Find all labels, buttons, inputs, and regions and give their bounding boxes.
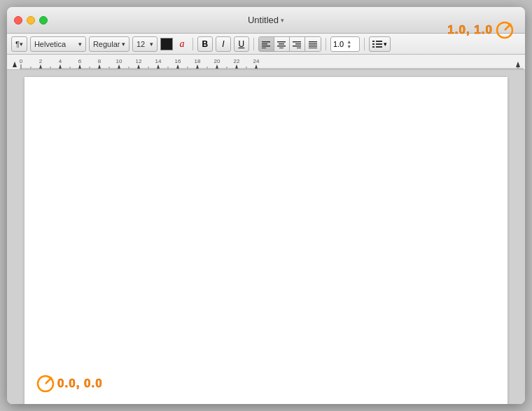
maximize-button[interactable]	[39, 16, 48, 25]
line-spacing-value: 1.0	[333, 40, 344, 48]
svg-rect-5	[279, 43, 284, 45]
svg-rect-17	[376, 41, 382, 42]
svg-rect-18	[372, 43, 374, 45]
font-size-value: 12	[136, 40, 145, 48]
document-page[interactable]	[24, 77, 507, 404]
toolbar: ¶ ▾ Helvetica ▾ Regular ▾ 12 ▾ a B	[7, 34, 525, 55]
list-button[interactable]: ▾	[369, 36, 391, 52]
font-family-selector[interactable]: Helvetica ▾	[30, 36, 86, 52]
svg-marker-41	[137, 64, 140, 69]
svg-marker-56	[235, 64, 238, 69]
font-style-dropdown-arrow: ▾	[122, 41, 125, 48]
svg-rect-12	[309, 41, 317, 43]
svg-marker-35	[98, 64, 101, 69]
svg-rect-20	[372, 46, 374, 48]
svg-text:6: 6	[78, 58, 82, 64]
line-spacing-control[interactable]: 1.0 ▲ ▼	[330, 36, 360, 52]
svg-rect-0	[262, 41, 270, 43]
italic-label: I	[222, 39, 224, 49]
svg-rect-13	[309, 43, 317, 45]
align-center-icon	[277, 41, 286, 48]
svg-text:0: 0	[20, 58, 23, 64]
close-button[interactable]	[14, 16, 22, 25]
svg-rect-14	[309, 46, 317, 47]
list-icon	[372, 40, 382, 48]
separator-1	[192, 38, 193, 50]
align-justify-button[interactable]	[305, 37, 321, 52]
window-title: Untitled	[248, 15, 279, 25]
svg-rect-10	[293, 46, 301, 47]
svg-text:10: 10	[116, 58, 122, 64]
font-size-selector[interactable]: 12 ▾	[132, 36, 158, 52]
spacing-stepper[interactable]: ▲ ▼	[346, 39, 351, 49]
italic-button[interactable]: I	[216, 36, 231, 52]
highlight-icon: a	[179, 39, 184, 50]
font-style-value: Regular	[93, 40, 120, 48]
svg-text:2: 2	[39, 58, 43, 64]
svg-text:4: 4	[59, 58, 62, 64]
font-family-dropdown-arrow: ▾	[78, 41, 82, 48]
svg-text:12: 12	[136, 58, 142, 64]
svg-rect-19	[376, 43, 382, 45]
bold-button[interactable]: B	[197, 36, 213, 52]
titlebar: Untitled ▾	[7, 7, 525, 34]
svg-text:22: 22	[234, 58, 240, 64]
svg-marker-47	[176, 64, 179, 69]
svg-text:16: 16	[175, 58, 181, 64]
svg-rect-7	[279, 48, 284, 48]
svg-rect-3	[262, 48, 266, 48]
highlight-button[interactable]: a	[176, 38, 188, 50]
spacing-down-arrow[interactable]: ▼	[346, 44, 351, 49]
align-right-button[interactable]	[290, 37, 305, 52]
svg-rect-9	[295, 43, 301, 45]
svg-rect-21	[376, 46, 382, 48]
font-size-dropdown-arrow: ▾	[150, 41, 153, 48]
separator-4	[364, 38, 365, 50]
ruler-svg: 0 2 4 6 8 10 12 14	[7, 55, 525, 70]
align-right-icon	[293, 41, 301, 48]
align-center-button[interactable]	[274, 37, 290, 52]
svg-text:20: 20	[214, 58, 220, 64]
title-dropdown-arrow[interactable]: ▾	[281, 17, 284, 24]
align-justify-icon	[309, 41, 317, 48]
window-title-container: Untitled ▾	[248, 15, 284, 25]
svg-text:18: 18	[195, 58, 201, 64]
font-color-button[interactable]	[160, 38, 173, 50]
svg-rect-6	[277, 46, 286, 47]
svg-marker-53	[216, 64, 218, 69]
traffic-lights	[14, 16, 48, 25]
align-left-button[interactable]	[259, 37, 274, 52]
paragraph-dropdown: ▾	[20, 41, 23, 48]
svg-marker-38	[118, 64, 120, 69]
svg-marker-32	[78, 64, 81, 69]
svg-rect-2	[262, 46, 270, 47]
svg-text:14: 14	[155, 58, 162, 64]
svg-rect-8	[293, 41, 301, 43]
alignment-group	[258, 36, 321, 52]
list-dropdown-arrow: ▾	[384, 41, 387, 48]
main-window: Untitled ▾ ¶ ▾ Helvetica ▾ Regular ▾ 12 …	[7, 7, 525, 404]
underline-button[interactable]: U	[234, 36, 249, 52]
svg-marker-26	[39, 64, 42, 69]
font-family-value: Helvetica	[34, 40, 66, 48]
svg-marker-44	[157, 64, 160, 69]
ruler: 0 2 4 6 8 10 12 14	[7, 55, 525, 70]
svg-marker-50	[196, 64, 199, 69]
svg-rect-11	[297, 48, 301, 48]
svg-rect-15	[309, 48, 317, 48]
svg-rect-16	[372, 41, 374, 42]
left-indent-marker[interactable]	[13, 62, 17, 67]
svg-rect-4	[277, 41, 286, 43]
paragraph-style-button[interactable]: ¶ ▾	[11, 36, 27, 52]
minimize-button[interactable]	[27, 16, 35, 25]
svg-marker-59	[255, 64, 258, 69]
font-style-selector[interactable]: Regular ▾	[89, 36, 130, 52]
svg-text:8: 8	[98, 58, 102, 64]
spacing-up-arrow[interactable]: ▲	[346, 39, 351, 44]
underline-label: U	[239, 39, 245, 49]
svg-rect-1	[262, 43, 267, 45]
svg-marker-29	[59, 64, 62, 69]
bold-label: B	[202, 39, 209, 49]
document-area[interactable]	[7, 70, 525, 404]
separator-3	[326, 38, 326, 50]
